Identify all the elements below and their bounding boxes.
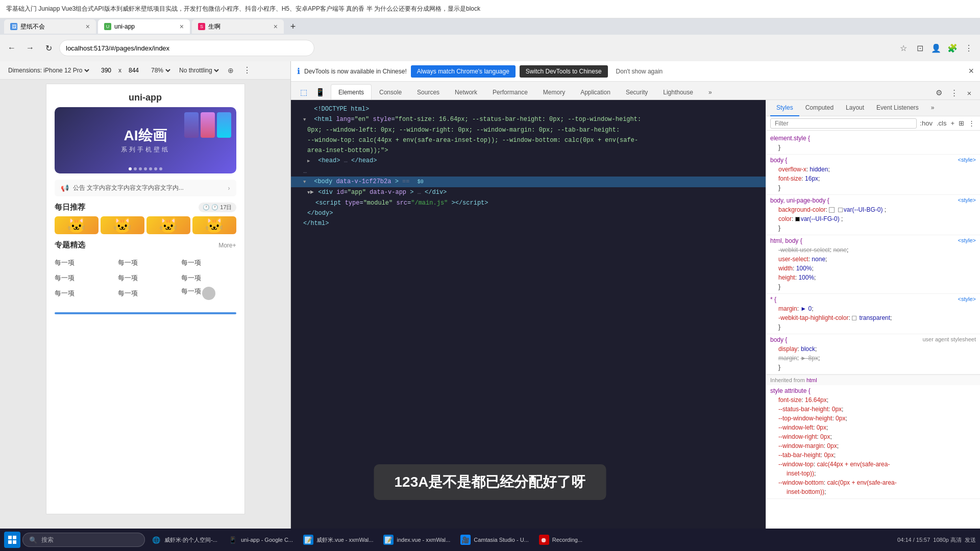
topic-8[interactable]: 每一项 (118, 287, 173, 300)
head-arrow[interactable] (307, 156, 313, 166)
grid-item-1[interactable]: 🐱 (55, 216, 99, 234)
more-tabs[interactable]: » (925, 100, 941, 116)
start-button[interactable] (4, 532, 20, 548)
topic-4[interactable]: 每一项 (55, 271, 110, 285)
grid-item-3[interactable]: 🐱 (146, 216, 190, 234)
html-line-head[interactable]: <head> … </head> (291, 156, 766, 166)
announcement-bar[interactable]: 📢 公告 文字内容文字内容文字内容文字内... › (55, 180, 236, 196)
cls-button[interactable]: .cls (936, 118, 948, 128)
devtools-close-button[interactable]: × (963, 86, 976, 99)
taskbar-app-chrome-2[interactable]: 📱 uni-app - Google C... (224, 532, 297, 548)
height-input[interactable] (124, 67, 144, 74)
bg-color-swatch[interactable]: var(--UI-BG-0) (829, 206, 884, 213)
send-button[interactable]: 发送 (965, 536, 976, 544)
layout-tab[interactable]: Layout (840, 100, 870, 116)
devtools-settings-button[interactable]: ⚙ (932, 86, 945, 99)
extensions-button[interactable]: 🧩 (945, 41, 960, 55)
inherited-from-html[interactable]: html (806, 377, 817, 383)
url-input[interactable] (59, 40, 314, 56)
star-source[interactable]: <style> (958, 296, 976, 303)
tab-more[interactable]: » (701, 84, 720, 99)
announcement-text: 公告 文字内容文字内容文字内容文字内... (73, 184, 224, 192)
topics-section: 专题精选 More+ 每一项 每一项 每一项 每一项 每一项 每一项 每一项 每… (46, 240, 244, 308)
body-arrow[interactable] (303, 177, 309, 187)
copy-button[interactable]: ⋮ (967, 118, 976, 128)
element-picker-button[interactable]: ⬚ (297, 85, 311, 99)
add-style-button[interactable]: + (949, 118, 955, 128)
styles-tab[interactable]: Styles (770, 100, 799, 116)
browser-tab-1[interactable]: 🖼 壁纸不会 × (4, 19, 96, 34)
computed-tab[interactable]: Computed (799, 100, 840, 116)
new-tab-button[interactable]: + (286, 19, 300, 34)
grid-item-4[interactable]: 🐱 (192, 216, 236, 234)
dont-show-again-link[interactable]: Don't show again (616, 68, 663, 75)
forward-button[interactable]: → (22, 40, 38, 56)
width-input[interactable] (96, 67, 116, 74)
progress-bar (55, 312, 236, 314)
hover-button[interactable]: :hov (919, 118, 934, 128)
topic-9[interactable]: 每一项 (181, 285, 201, 297)
profile-button[interactable]: 👤 (929, 41, 943, 55)
svg-rect-1 (13, 536, 16, 539)
html-line-body[interactable]: <body data-v-1cf27b2a > == $0 (291, 177, 766, 187)
taskbar-app-camtasia[interactable]: 🎥 Camtasia Studio - U... (456, 532, 533, 548)
tab-performance[interactable]: Performance (485, 84, 535, 99)
toggle-sidebar-button[interactable]: ⊞ (958, 118, 965, 128)
tab-lighthouse[interactable]: Lighthouse (655, 84, 701, 99)
taskbar-search[interactable]: 🔍 搜索 (22, 533, 145, 547)
topic-7[interactable]: 每一项 (55, 287, 110, 300)
tab3-close[interactable]: × (274, 22, 278, 31)
devtools-body: <!DOCTYPE html> <html lang="en" style="f… (291, 100, 980, 551)
tab-security[interactable]: Security (618, 84, 655, 99)
browser-tab-2[interactable]: U uni-app × (98, 19, 190, 34)
notification-close-button[interactable]: × (968, 66, 974, 77)
tab1-close[interactable]: × (86, 22, 90, 31)
html-line-html-open[interactable]: <html lang="en" style="font-size: 16.64p… (291, 114, 766, 125)
device-toolbar-button[interactable]: 📱 (313, 85, 327, 99)
devtools-options-button[interactable]: ⋮ (947, 86, 961, 99)
html-arrow[interactable] (303, 115, 309, 124)
sensor-button[interactable]: ⊕ (226, 65, 236, 76)
topic-2[interactable]: 每一项 (118, 256, 173, 269)
reload-button[interactable]: ↻ (41, 40, 56, 56)
tab-sources[interactable]: Sources (409, 84, 447, 99)
browser-tab-bar: 🖼 壁纸不会 × U uni-app × S 生啊 × + (0, 18, 980, 35)
switch-devtools-button[interactable]: Switch DevTools to Chinese (520, 65, 608, 78)
html-body-source[interactable]: <style> (958, 237, 976, 244)
body-rule-1-source[interactable]: <style> (958, 157, 976, 164)
browser-tab-3[interactable]: S 生啊 × (192, 19, 284, 34)
styles-filter-input[interactable] (770, 118, 917, 129)
topic-5[interactable]: 每一项 (118, 271, 173, 285)
app-div-arrow[interactable]: ► (307, 188, 313, 197)
zoom-selector[interactable]: 78% (149, 66, 172, 74)
device-selector[interactable]: Dimensions: iPhone 12 Pro (6, 66, 91, 74)
tab-application[interactable]: Application (573, 84, 618, 99)
throttle-selector[interactable]: No throttling (177, 66, 220, 74)
body-uni-source[interactable]: <style> (958, 197, 976, 204)
html-line-app-div[interactable]: ► <div id="app" data-v-app > … </div> (291, 187, 766, 198)
taskbar-app-chrome-1[interactable]: 🌐 威虾米·的个人空间-... (147, 532, 222, 548)
tab-memory[interactable]: Memory (535, 84, 573, 99)
html-line-doctype: <!DOCTYPE html> (291, 104, 766, 114)
back-button[interactable]: ← (4, 40, 19, 56)
bookmark-button[interactable]: ☆ (896, 41, 911, 55)
styles-body[interactable]: element.style { } body { <style> overflo… (766, 131, 980, 541)
topics-more-link[interactable]: More+ (218, 242, 236, 249)
more-settings-button[interactable]: ⋮ (243, 65, 251, 75)
match-language-button[interactable]: Always match Chrome's language (411, 65, 516, 78)
taskbar-app-recording[interactable]: ⏺ Recording... (535, 532, 586, 548)
taskbar-app-vscode-2[interactable]: 📝 index.vue - xxmWal... (379, 532, 454, 548)
grid-item-2[interactable]: 🐱 (101, 216, 144, 234)
tab-network[interactable]: Network (447, 84, 485, 99)
more-button[interactable]: ⋮ (962, 41, 976, 55)
tab-console[interactable]: Console (372, 84, 409, 99)
html-panel[interactable]: <!DOCTYPE html> <html lang="en" style="f… (291, 100, 766, 551)
taskbar-app-vscode-1[interactable]: 📝 威虾米.vue - xxmWal... (299, 532, 377, 548)
cast-button[interactable]: ⊡ (913, 41, 927, 55)
tab-elements[interactable]: Elements (331, 84, 372, 99)
topic-6[interactable]: 每一项 (181, 271, 236, 285)
topic-1[interactable]: 每一项 (55, 256, 110, 269)
event-listeners-tab[interactable]: Event Listeners (870, 100, 925, 116)
tab2-close[interactable]: × (180, 22, 184, 31)
topic-3[interactable]: 每一项 (181, 256, 236, 269)
